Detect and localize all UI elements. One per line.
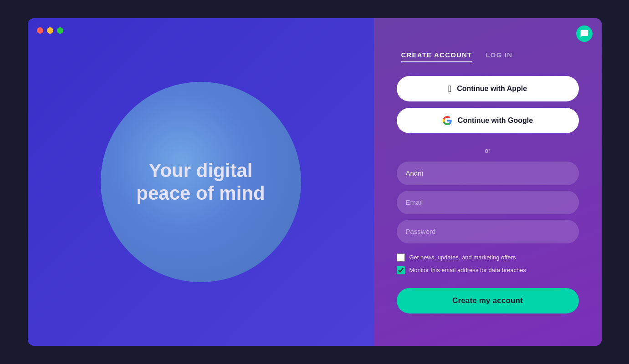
google-button-label: Continue with Google xyxy=(458,116,533,125)
hero-circle: Your digital peace of mind xyxy=(101,82,301,282)
tab-login[interactable]: LOG IN xyxy=(486,51,512,62)
auth-tabs: CREATE ACCOUNT LOG IN xyxy=(401,51,513,62)
monitor-checkbox[interactable] xyxy=(397,266,405,274)
google-signin-button[interactable]: Continue with Google xyxy=(397,108,579,133)
hero-line-1: Your digital xyxy=(136,159,265,182)
app-window: Your digital peace of mind CREATE ACCOUN… xyxy=(28,18,602,346)
traffic-light-yellow[interactable] xyxy=(47,27,53,34)
hero-line-2: peace of mind xyxy=(136,182,265,205)
tab-create-account[interactable]: CREATE ACCOUNT xyxy=(401,51,472,62)
right-panel: CREATE ACCOUNT LOG IN  Continue with Ap… xyxy=(374,18,602,346)
apple-button-label: Continue with Apple xyxy=(457,85,527,93)
traffic-light-green[interactable] xyxy=(57,27,63,34)
create-account-button[interactable]: Create my account xyxy=(397,288,579,313)
apple-icon:  xyxy=(448,84,451,93)
traffic-light-red[interactable] xyxy=(37,27,43,34)
apple-signin-button[interactable]:  Continue with Apple xyxy=(397,76,579,101)
hero-text: Your digital peace of mind xyxy=(127,150,274,214)
marketing-checkbox-item[interactable]: Get news, updates, and marketing offers xyxy=(397,253,579,262)
traffic-lights xyxy=(37,27,63,34)
marketing-checkbox[interactable] xyxy=(397,253,405,262)
checkbox-group: Get news, updates, and marketing offers … xyxy=(397,253,579,279)
monitor-checkbox-item[interactable]: Monitor this email address for data brea… xyxy=(397,266,579,274)
left-panel: Your digital peace of mind xyxy=(28,18,374,346)
chat-bubble-icon xyxy=(580,29,589,38)
password-input[interactable] xyxy=(397,220,579,243)
name-input[interactable] xyxy=(397,162,579,185)
google-icon xyxy=(442,116,452,126)
or-divider: or xyxy=(485,147,490,154)
chat-icon[interactable] xyxy=(576,25,593,42)
marketing-checkbox-label: Get news, updates, and marketing offers xyxy=(409,254,516,261)
email-input[interactable] xyxy=(397,191,579,214)
monitor-checkbox-label: Monitor this email address for data brea… xyxy=(409,267,527,273)
